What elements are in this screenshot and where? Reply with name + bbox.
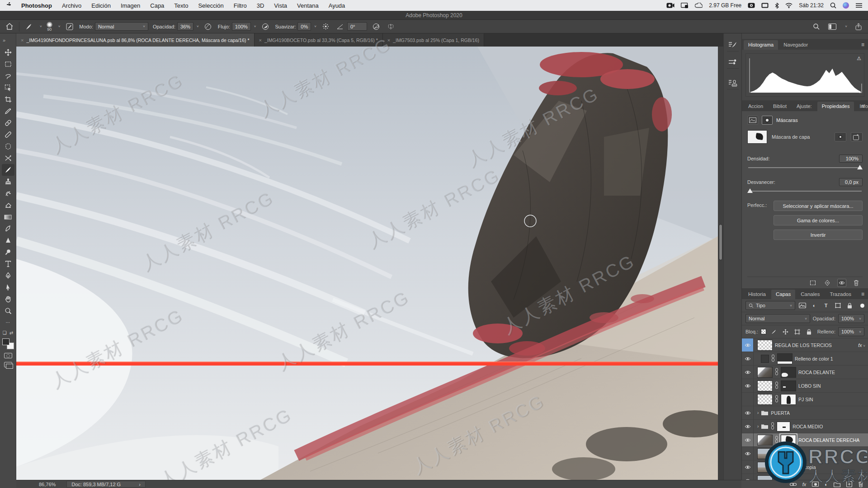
- crop-tool[interactable]: [2, 94, 14, 105]
- layer-row[interactable]: LOBO SIN: [742, 379, 868, 393]
- density-slider[interactable]: [748, 167, 862, 168]
- swap-colors-icon[interactable]: ⇄: [9, 330, 13, 336]
- density-value[interactable]: 100%: [839, 155, 863, 163]
- menu-3d[interactable]: 3D: [257, 2, 264, 9]
- menu-imagen[interactable]: Imagen: [121, 2, 140, 9]
- layer-mask-thumbnail[interactable]: [781, 448, 796, 459]
- layer-thumbnail[interactable]: [761, 355, 769, 363]
- filter-smart-objects-icon[interactable]: [845, 301, 854, 310]
- layer-name[interactable]: LOBO SIN: [798, 383, 821, 389]
- layer-mask-thumbnail[interactable]: [747, 130, 767, 144]
- mask-link-chain-icon[interactable]: [771, 354, 775, 363]
- color-range-button[interactable]: Gama de colores...: [774, 215, 863, 225]
- healing-brush-tool[interactable]: [2, 129, 14, 141]
- smoothing-options-gear-icon[interactable]: [321, 22, 331, 32]
- pressure-opacity-icon[interactable]: [203, 22, 213, 32]
- disable-mask-eye-icon[interactable]: [837, 279, 846, 287]
- control-center-icon[interactable]: [855, 3, 863, 8]
- display-icon[interactable]: [761, 3, 769, 8]
- scrollbar-thumb[interactable]: [719, 224, 722, 260]
- layer-name[interactable]: REGLA DE LOS TERCIOS: [775, 343, 832, 348]
- apply-mask-icon[interactable]: [823, 279, 832, 287]
- creative-cloud-icon[interactable]: [695, 3, 703, 8]
- layer-styles-fx-icon[interactable]: fx: [802, 482, 807, 487]
- patch-tool[interactable]: [2, 141, 14, 152]
- eraser-tool[interactable]: [2, 199, 14, 211]
- lock-transparency-icon[interactable]: [761, 329, 766, 334]
- lock-artboard-icon[interactable]: [793, 328, 802, 336]
- menu-photoshop[interactable]: Photoshop: [21, 2, 52, 9]
- home-icon[interactable]: [5, 22, 14, 32]
- lock-image-icon[interactable]: [769, 328, 778, 336]
- pen-tool[interactable]: [2, 270, 14, 282]
- tab-bibliot[interactable]: Bibliot: [769, 102, 791, 111]
- layer-visibility-eye-icon[interactable]: [742, 420, 754, 433]
- group-expand-chevron-icon[interactable]: ›: [757, 424, 759, 429]
- layer-mask-thumbnail[interactable]: [781, 462, 796, 473]
- close-tab-icon[interactable]: ×: [387, 38, 390, 43]
- lock-position-icon[interactable]: [781, 328, 790, 336]
- layer-row[interactable]: ›PUERTA: [742, 406, 868, 420]
- tab-histograma[interactable]: Histograma: [744, 40, 778, 50]
- hand-tool[interactable]: [2, 293, 14, 305]
- layer-fill-select[interactable]: 100%˅: [838, 327, 864, 336]
- content-aware-move-tool[interactable]: [2, 152, 14, 164]
- layer-name[interactable]: ROCA MEDIO: [793, 424, 823, 429]
- workspace-switcher-icon[interactable]: [827, 22, 837, 32]
- foreground-color-swatch[interactable]: [2, 338, 9, 345]
- layer-row[interactable]: [742, 474, 868, 480]
- paint-symmetry-icon[interactable]: [386, 22, 396, 32]
- document-tab[interactable]: ×_IMG4190BOCETO.psb al 33,3% (Capa 5, RG…: [255, 33, 383, 47]
- filter-pixel-layers-icon[interactable]: [798, 301, 807, 310]
- lock-all-icon[interactable]: [804, 328, 813, 336]
- layer-name[interactable]: … copia: [798, 465, 816, 470]
- menubar-clock[interactable]: Sáb 21:32: [799, 2, 824, 9]
- flow-input[interactable]: 100%: [232, 22, 251, 31]
- layer-thumbnail[interactable]: [757, 380, 773, 391]
- layer-row[interactable]: REGLA DE LOS TERCIOSfx ˅: [742, 338, 868, 352]
- layer-row[interactable]: PJ SIN: [742, 393, 868, 406]
- brush-tool[interactable]: [2, 164, 14, 176]
- feather-slider[interactable]: [748, 191, 862, 192]
- brush-angle-input[interactable]: 0°: [347, 22, 367, 31]
- new-layer-icon[interactable]: [846, 481, 852, 487]
- apple-logo-icon[interactable]: [5, 2, 11, 9]
- filter-shape-layers-icon[interactable]: [833, 301, 842, 310]
- add-vector-mask-icon[interactable]: [851, 132, 863, 141]
- layer-name[interactable]: ROCA DELANTE: [798, 370, 835, 375]
- layer-visibility-eye-icon[interactable]: [742, 447, 754, 460]
- document-size-indicator[interactable]: Doc: 859,3 MB/7,12 G ›: [66, 481, 146, 488]
- layer-thumbnail[interactable]: [757, 435, 773, 446]
- history-brush-tool[interactable]: [2, 188, 14, 199]
- brush-preset-dropdown[interactable]: ˅: [40, 24, 42, 28]
- layer-visibility-eye-icon[interactable]: [742, 352, 754, 365]
- density-slider-thumb[interactable]: [857, 165, 863, 169]
- layer-opacity-select[interactable]: 100%˅: [838, 314, 864, 323]
- layer-row[interactable]: Relleno de color 1: [742, 352, 868, 366]
- mask-link-chain-icon[interactable]: [775, 476, 778, 480]
- display-lock-icon[interactable]: [681, 3, 689, 9]
- filter-adjustment-layers-icon[interactable]: ◐: [810, 301, 819, 310]
- clone-source-panel-icon[interactable]: [727, 79, 739, 89]
- tab-canales[interactable]: Canales: [796, 290, 824, 299]
- mask-link-chain-icon[interactable]: [775, 368, 778, 376]
- tab-ajuste[interactable]: Ajuste:: [792, 102, 816, 111]
- screen-mode-button[interactable]: [4, 362, 12, 367]
- layer-mask-thumbnail[interactable]: [781, 367, 796, 378]
- new-group-icon[interactable]: [834, 482, 840, 487]
- close-tab-icon[interactable]: ×: [21, 38, 24, 43]
- panel-menu-icon[interactable]: ≡: [861, 42, 864, 48]
- lasso-tool[interactable]: [2, 70, 14, 82]
- filter-toggle[interactable]: [860, 304, 864, 308]
- panel-menu-icon[interactable]: ≡: [861, 291, 864, 297]
- layer-thumbnail[interactable]: [757, 394, 773, 405]
- menu-archivo[interactable]: Archivo: [62, 2, 81, 9]
- menu-ventana[interactable]: Ventana: [297, 2, 319, 9]
- smoothing-input[interactable]: 0%: [297, 22, 311, 31]
- mask-link-chain-icon[interactable]: [771, 422, 774, 431]
- layer-row[interactable]: ROCA DELANTE: [742, 366, 868, 379]
- layer-row[interactable]: … copia: [742, 460, 868, 474]
- spot-healing-brush-tool[interactable]: [2, 117, 14, 129]
- brush-picker-dropdown[interactable]: ˅: [58, 24, 61, 28]
- layer-visibility-eye-icon[interactable]: [742, 366, 754, 379]
